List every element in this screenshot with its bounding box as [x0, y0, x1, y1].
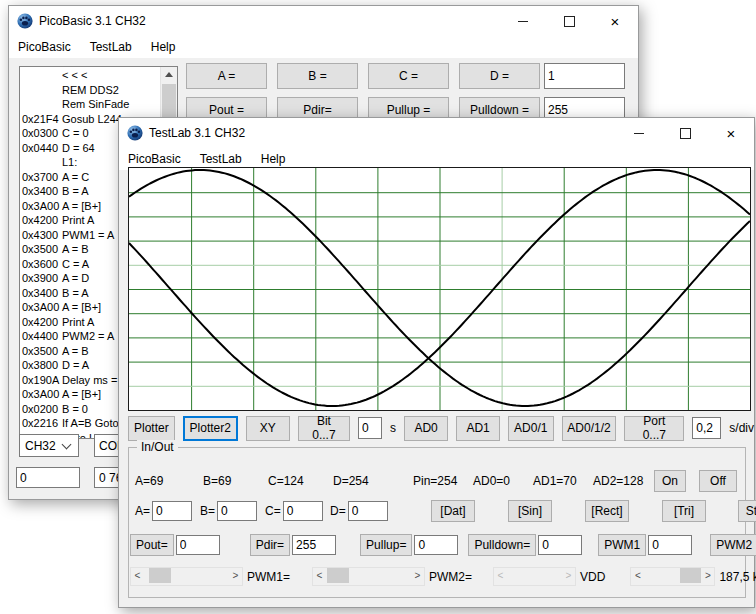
port-input-pout[interactable] — [176, 535, 220, 555]
slider-vdd[interactable]: <> — [493, 567, 576, 586]
listing-code: A = B — [62, 344, 89, 359]
port-input-pulldown[interactable] — [538, 535, 582, 555]
channel-button-ad1[interactable]: AD1 — [456, 416, 500, 441]
port-input-label: Pdir= — [250, 534, 290, 556]
port-input-group-pwm2: PWM2 — [710, 534, 756, 556]
maximize-button[interactable] — [546, 6, 592, 36]
listing-address: 0x3400 — [20, 184, 62, 199]
bottom-value-field[interactable] — [16, 467, 80, 488]
listing-line[interactable]: REM DDS2 — [20, 83, 161, 98]
register-input-a[interactable] — [152, 501, 192, 521]
minimize-button[interactable] — [616, 118, 662, 148]
listing-code: PWM2 = A — [62, 329, 114, 344]
listing-code: REM DDS2 — [62, 83, 119, 98]
menu-item-picobasic[interactable]: PicoBasic — [18, 40, 71, 54]
listing-code: L1: — [62, 155, 77, 170]
time-unit-label: s — [390, 421, 396, 435]
testlab-titlebar[interactable]: TestLab 3.1 CH32 × — [119, 118, 754, 148]
scroll-right-icon[interactable]: > — [701, 568, 714, 583]
register-readouts: A=69B=69C=124D=254Pin=254AD0=0AD1=70AD2=… — [135, 474, 653, 488]
timebase-field[interactable] — [692, 417, 721, 439]
port-input-group-pout: Pout= — [130, 534, 220, 556]
channel-button-ad012[interactable]: AD0/1/2 — [562, 416, 617, 441]
scrollbar-thumb[interactable] — [327, 568, 349, 583]
listing-address — [20, 68, 62, 83]
scrollbar-thumb[interactable] — [149, 568, 171, 583]
wave-button-sin[interactable]: [Sin] — [508, 500, 552, 522]
listing-address: 0x3600 — [20, 257, 62, 272]
listing-code: D = 64 — [62, 141, 95, 156]
oscilloscope-plot — [128, 167, 751, 411]
channel-button-ad0[interactable]: AD0 — [404, 416, 448, 441]
slider-pwm1[interactable]: <> — [130, 567, 243, 586]
register-input-d[interactable] — [348, 501, 388, 521]
on-button[interactable]: On — [654, 470, 686, 492]
register-input-c[interactable] — [283, 501, 323, 521]
listing-code: A = [B+] — [62, 300, 101, 315]
register-input-b[interactable] — [217, 501, 257, 521]
scroll-right-icon[interactable]: > — [229, 568, 242, 583]
close-button[interactable]: × — [708, 118, 754, 148]
slider-1875khz[interactable]: <> — [630, 567, 715, 586]
listing-address: 0x0300 — [20, 126, 62, 141]
scroll-up-icon[interactable] — [165, 72, 173, 77]
maximize-button[interactable] — [662, 118, 708, 148]
picobasic-titlebar[interactable]: PicoBasic 3.1 CH32 × — [9, 6, 638, 36]
listing-address: 0x3500 — [20, 242, 62, 257]
window-title: PicoBasic 3.1 CH32 — [39, 14, 146, 28]
register-button-c[interactable]: C = — [368, 63, 449, 89]
menu-item-help[interactable]: Help — [151, 40, 176, 54]
readout-d: D=254 — [333, 474, 413, 488]
listing-address: 0x2216 — [20, 416, 62, 431]
register-button-b[interactable]: B = — [277, 63, 358, 89]
wave-button-dat[interactable]: [Dat] — [431, 500, 475, 522]
listing-address: 0x3A00 — [20, 300, 62, 315]
listing-code: B = 0 — [62, 402, 88, 417]
mode-button-bit07[interactable]: Bit 0...7 — [298, 416, 350, 441]
mode-button-plotter2[interactable]: Plotter2 — [183, 416, 238, 441]
timebase-unit-label: s/div — [729, 421, 754, 435]
reg-value-field[interactable] — [544, 63, 625, 89]
listing-code: A = [B+] — [62, 199, 101, 214]
listing-code: D = A — [62, 358, 89, 373]
minimize-button[interactable] — [500, 6, 546, 36]
port-input-pdir[interactable] — [292, 535, 336, 555]
listing-line[interactable]: < < < — [20, 68, 161, 83]
register-input-label: B= — [200, 504, 215, 518]
scrollbar-thumb[interactable] — [680, 568, 701, 583]
register-button-a[interactable]: A = — [186, 63, 267, 89]
listing-line[interactable]: Rem SinFade — [20, 97, 161, 112]
scroll-left-icon[interactable]: < — [631, 568, 644, 583]
stop-button[interactable]: Stop — [738, 500, 756, 522]
listing-code: Rem SinFade — [62, 97, 129, 112]
testlab-window: TestLab 3.1 CH32 × PicoBasicTestLabHelp … — [118, 117, 755, 608]
menu-item-testlab[interactable]: TestLab — [90, 40, 132, 54]
menu-item-picobasic[interactable]: PicoBasic — [128, 152, 181, 166]
close-icon: × — [727, 126, 736, 141]
menu-item-help[interactable]: Help — [261, 152, 286, 166]
scroll-left-icon[interactable]: < — [131, 568, 144, 583]
device-select[interactable]: CH32 — [19, 434, 79, 457]
close-button[interactable]: × — [592, 6, 638, 36]
channel-button-port07[interactable]: Port 0...7 — [624, 416, 684, 441]
listing-address — [20, 155, 62, 170]
wave-button-tri[interactable]: [Tri] — [662, 500, 706, 522]
listing-address: 0x0200 — [20, 402, 62, 417]
slider-pwm2[interactable]: <> — [312, 567, 425, 586]
wave-button-rect[interactable]: [Rect] — [585, 500, 629, 522]
off-button[interactable]: Off — [699, 470, 737, 492]
time-field[interactable] — [358, 417, 382, 439]
port-input-pwm1[interactable] — [648, 535, 692, 555]
register-input-group-d: D= — [330, 501, 395, 521]
register-button-d[interactable]: D = — [459, 63, 540, 89]
scroll-right-icon[interactable]: > — [411, 568, 424, 583]
mode-button-plotter[interactable]: Plotter — [128, 416, 175, 441]
channel-button-ad01[interactable]: AD0/1 — [508, 416, 553, 441]
register-input-label: D= — [330, 504, 346, 518]
inout-groupbox: In/Out A=69B=69C=124D=254Pin=254AD0=0AD1… — [128, 447, 746, 598]
port-input-pullup[interactable] — [414, 535, 458, 555]
scroll-left-icon[interactable]: < — [313, 568, 326, 583]
paw-icon — [127, 125, 143, 141]
mode-button-xy[interactable]: XY — [246, 416, 290, 441]
menu-item-testlab[interactable]: TestLab — [200, 152, 242, 166]
